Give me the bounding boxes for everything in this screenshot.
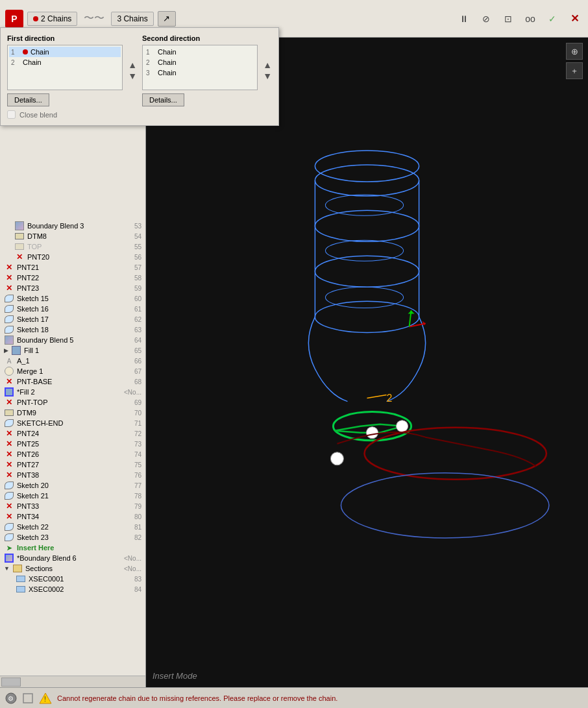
tree-item-fill2[interactable]: *Fill 2 <No... (0, 387, 145, 397)
svg-point-20 (341, 473, 548, 538)
svg-text:!: ! (44, 696, 46, 703)
tree-item-sketch18[interactable]: Sketch 18 63 (0, 324, 145, 335)
viewport-toolbar: ⊕ + (566, 43, 583, 79)
tree-item-pnt33[interactable]: ✕ PNT33 79 (0, 501, 145, 511)
tree-item-sketch16[interactable]: Sketch 16 61 (0, 304, 145, 314)
tree-item-bb5[interactable]: Boundary Blend 5 64 (0, 335, 145, 345)
tree-label: Boundary Blend 5 (17, 336, 123, 344)
first-direction-col: First direction 1 Chain 2 Chain Details.… (7, 38, 123, 106)
first-chain-2[interactable]: 2 Chain (9, 57, 121, 67)
tree-item-bb3[interactable]: Boundary Blend 3 53 (0, 221, 145, 231)
tree-item-xsec2[interactable]: XSEC0002 84 (0, 584, 145, 594)
left-panel-scrollbar[interactable] (0, 676, 145, 687)
3d-viewport[interactable]: 2 ⊕ + Insert Mode (146, 38, 588, 687)
chains2-label: 3 Chains (117, 14, 147, 23)
tree-item-sketch21[interactable]: Sketch 21 78 (0, 491, 145, 501)
svg-point-0 (315, 165, 419, 196)
svg-point-19 (364, 428, 546, 480)
view-button[interactable]: ⊡ (500, 10, 517, 27)
tree-item-pnt27[interactable]: ✕ PNT27 75 (0, 459, 145, 470)
zoom-fit-button[interactable]: ⊕ (566, 43, 583, 60)
action-button[interactable]: ↗ (158, 11, 176, 27)
second-chain-1[interactable]: 1 Chain (144, 47, 146, 57)
tree-label: Sketch 17 (17, 315, 123, 323)
tree-item-dtm9[interactable]: DTM9 70 (0, 408, 145, 418)
xsec-icon (16, 585, 26, 594)
close-blend-checkbox[interactable] (7, 110, 16, 119)
tree-num: 62 (126, 316, 141, 323)
second-chain-3[interactable]: 3 Chain (144, 67, 146, 78)
tree-label: Sketch 21 (17, 492, 123, 500)
arrow-down-icon[interactable]: ▼ (128, 71, 137, 80)
expand-sections-icon: ▼ (4, 565, 10, 572)
pause-button[interactable]: ⏸ (456, 10, 472, 27)
close-button[interactable]: ✕ (566, 10, 583, 27)
svg-point-8 (325, 240, 403, 261)
second-chain-2[interactable]: 2 Chain (144, 57, 146, 67)
tree-item-pnt24[interactable]: ✕ PNT24 72 (0, 428, 145, 439)
second-details-button[interactable]: Details... (142, 93, 146, 106)
tree-item-pnt34[interactable]: ✕ PNT34 80 (0, 511, 145, 522)
first-chain-1[interactable]: 1 Chain (9, 47, 121, 57)
tree-item-pnt26[interactable]: ✕ PNT26 74 (0, 449, 145, 459)
tree-num: 76 (126, 472, 141, 479)
tree-label: A_1 (17, 357, 123, 365)
svg-point-6 (315, 151, 419, 182)
sketch-icon (4, 481, 14, 490)
direction-row: First direction 1 Chain 2 Chain Details.… (7, 38, 146, 106)
chains1-badge[interactable]: 2 Chains (27, 12, 77, 26)
tree-label: Sketch 15 (17, 295, 123, 302)
tree-item-pntbase[interactable]: ✕ PNT-BASE 68 (0, 376, 145, 387)
tree-num: 54 (126, 233, 141, 240)
tree-item-dtm8[interactable]: DTM8 54 (0, 231, 145, 241)
tree-item-sketch15[interactable]: Sketch 15 60 (0, 293, 145, 304)
tree-item-sketch17[interactable]: Sketch 17 62 (0, 314, 145, 324)
tree-num: 69 (126, 399, 141, 406)
tree-item-pnt20[interactable]: ✕ PNT20 56 (0, 252, 145, 262)
tree-num: 61 (126, 306, 141, 313)
tree-item-top[interactable]: TOP 55 (0, 241, 145, 252)
tree-num: 63 (126, 326, 141, 334)
tree-item-pnt38[interactable]: ✕ PNT38 76 (0, 470, 145, 480)
tree-item-sketchend[interactable]: SKETCH-END 71 (0, 418, 145, 428)
tree-item-insert-here[interactable]: ➤ Insert Here (0, 543, 145, 553)
tree-label: XSEC0002 (29, 585, 123, 593)
tree-num: 79 (126, 503, 141, 510)
glasses-button[interactable]: oo (522, 10, 539, 27)
tree-item-xsec1[interactable]: XSEC0001 83 (0, 574, 145, 584)
sketch-icon (4, 522, 14, 531)
tree-item-pnttop[interactable]: ✕ PNT-TOP 69 (0, 397, 145, 408)
pnt-icon: ✕ (4, 450, 14, 459)
chains2-badge[interactable]: 3 Chains (111, 12, 153, 26)
tree-item-sketch20[interactable]: Sketch 20 77 (0, 480, 145, 491)
dtm-icon (14, 242, 25, 251)
scroll-thumb[interactable] (1, 677, 21, 687)
tree-item-pnt23[interactable]: ✕ PNT23 59 (0, 283, 145, 293)
tree-item-a1[interactable]: A A_1 66 (0, 356, 145, 366)
tree-item-pnt22[interactable]: ✕ PNT22 58 (0, 273, 145, 283)
tree-item-sections[interactable]: ▼ Sections <No... (0, 563, 145, 574)
tree-item-bb6[interactable]: *Boundary Blend 6 <No... (0, 553, 145, 563)
pnt-icon: ✕ (4, 263, 14, 272)
tree-item-sketch23[interactable]: Sketch 23 82 (0, 532, 145, 543)
chain-num-1: 1 (11, 49, 20, 56)
confirm-button[interactable]: ✓ (544, 10, 561, 27)
tree-item-pnt25[interactable]: ✕ PNT25 73 (0, 439, 145, 449)
tree-label: Insert Here (17, 544, 123, 552)
tree-list: Boundary Blend 3 53 DTM8 54 TOP 55 ✕ PNT… (0, 221, 145, 676)
tree-num: 57 (126, 264, 141, 271)
red-dot-icon (33, 16, 38, 21)
second-direction-label: Second direction (142, 38, 146, 42)
chains1-label: 2 Chains (41, 14, 71, 23)
arrow-up-icon[interactable]: ▲ (128, 60, 137, 69)
tree-item-sketch22[interactable]: Sketch 22 81 (0, 522, 145, 532)
tree-item-fill1[interactable]: ▶ Fill 1 65 (0, 345, 145, 356)
tree-label: PNT21 (17, 263, 123, 271)
tree-item-pnt21[interactable]: ✕ PNT21 57 (0, 262, 145, 273)
tree-item-merge1[interactable]: Merge 1 67 (0, 366, 145, 376)
status-icon-settings: ⚙ (5, 692, 17, 704)
first-details-button[interactable]: Details... (7, 93, 49, 106)
cancel-button[interactable]: ⊘ (478, 10, 495, 27)
tree-num: 71 (126, 420, 141, 427)
zoom-in-button[interactable]: + (566, 62, 583, 79)
